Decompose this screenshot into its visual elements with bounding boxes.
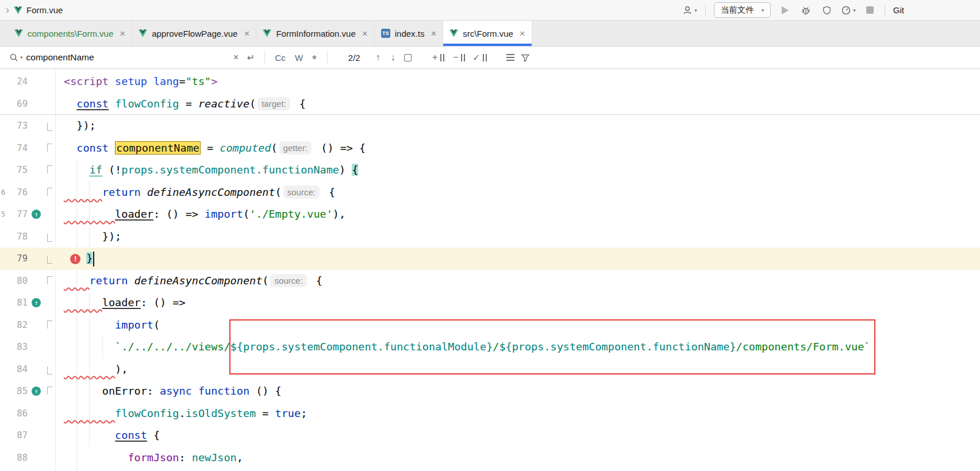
fold-area — [44, 424, 55, 447]
fold-area — [44, 336, 55, 358]
open-in-find-window-button[interactable] — [401, 50, 416, 65]
previous-occurrence-button[interactable]: ↑ — [371, 50, 386, 65]
code-line-82: 82 import( — [0, 314, 980, 337]
edge-marker — [0, 270, 9, 292]
gutter-icon-area — [29, 71, 44, 93]
tab-close-icon[interactable]: × — [120, 29, 125, 38]
code-text[interactable]: onError: async function () { — [55, 380, 282, 403]
run-button[interactable] — [779, 3, 791, 17]
line-number: 82 — [9, 314, 29, 337]
tab-close-icon[interactable]: × — [431, 29, 436, 38]
code-line-85: 85↑ onError: async function () { — [0, 380, 980, 403]
fold-marker[interactable] — [44, 314, 55, 337]
debug-button[interactable] — [800, 3, 812, 17]
gutter-icon-area — [29, 358, 44, 381]
gutter-green-arrow-icon[interactable]: ↑ — [32, 298, 41, 307]
tab-src-Form.vue[interactable]: src\Form.vue× — [443, 21, 532, 46]
fold-marker[interactable] — [44, 380, 55, 403]
tab-bar: components\Form.vue×approveFlowPage.vue×… — [0, 21, 980, 47]
vue-file-icon — [263, 29, 271, 37]
code-text[interactable]: loader: () => import('./Empty.vue'), — [55, 203, 345, 226]
run-config-selector[interactable]: 当前文件 ▾ — [714, 2, 771, 18]
coverage-button[interactable] — [820, 3, 833, 17]
line-number: 75 — [9, 159, 29, 182]
code-text[interactable]: }); — [55, 115, 96, 137]
whole-words-toggle[interactable]: W — [290, 53, 308, 63]
code-line-79: 79 !} — [0, 248, 980, 270]
code-text[interactable]: const flowConfig = reactive(target: { — [55, 93, 306, 115]
code-line-73: 73 }); — [0, 115, 980, 137]
code-text[interactable]: const componentName = computed(getter: (… — [55, 137, 366, 160]
code-text[interactable]: const { — [55, 424, 160, 447]
chevron-down-icon: ▾ — [762, 7, 764, 13]
add-selection-button[interactable]: + — [431, 50, 446, 65]
gutter-green-arrow-icon[interactable]: ↑ — [32, 210, 41, 219]
fold-area — [44, 403, 55, 425]
newline-icon[interactable]: ↵ — [244, 50, 259, 65]
fold-marker[interactable] — [44, 248, 55, 270]
tab-FormInformation.vue[interactable]: FormInformation.vue× — [256, 21, 374, 46]
git-menu[interactable]: Git — [893, 5, 904, 15]
tab-label: approveFlowPage.vue — [152, 29, 237, 38]
code-text[interactable]: formJson: newJson, — [55, 447, 243, 469]
chevron-down-icon: ▾ — [853, 7, 856, 13]
code-lines: 24<script setup lang="ts">69 const flowC… — [0, 69, 980, 469]
tab-close-icon[interactable]: × — [244, 29, 249, 38]
selection-icon — [440, 54, 444, 61]
code-line-81: 81↑ loader: () => — [0, 292, 980, 314]
clear-search-icon[interactable]: × — [229, 50, 244, 65]
line-number: 24 — [9, 71, 29, 93]
code-text[interactable]: return defineAsyncComponent(source: { — [55, 270, 322, 292]
code-text[interactable]: loader: () => — [55, 292, 186, 314]
tab-label: components\Form.vue — [28, 29, 113, 38]
edge-marker — [0, 71, 9, 93]
tab-close-icon[interactable]: × — [520, 29, 525, 38]
code-text[interactable]: return defineAsyncComponent(source: { — [55, 182, 335, 204]
fold-marker[interactable] — [44, 159, 55, 182]
next-occurrence-button[interactable]: ↓ — [386, 50, 401, 65]
line-number: 80 — [9, 270, 29, 292]
user-icon[interactable]: ▾ — [682, 3, 697, 17]
fold-marker[interactable] — [44, 270, 55, 292]
tab-components-Form.vue[interactable]: components\Form.vue× — [8, 21, 132, 46]
search-input[interactable] — [26, 52, 229, 63]
fold-marker[interactable] — [44, 115, 55, 137]
code-line-78: 78 }); — [0, 226, 980, 248]
code-text[interactable]: ), — [55, 358, 128, 381]
tab-close-icon[interactable]: × — [362, 29, 368, 38]
vue-file-icon — [14, 29, 23, 37]
error-icon[interactable]: ! — [70, 254, 80, 264]
code-text[interactable]: import( — [55, 314, 160, 337]
fold-area — [44, 71, 55, 93]
tab-approveFlowPage.vue[interactable]: approveFlowPage.vue× — [132, 21, 256, 46]
edge-marker — [0, 292, 9, 314]
line-number: 77 — [9, 203, 29, 226]
code-text[interactable]: flowConfig.isOldSystem = true; — [55, 403, 307, 425]
tab-index.ts[interactable]: TSindex.ts× — [375, 21, 444, 46]
code-text[interactable]: if (!props.systemComponent.functionName)… — [55, 159, 358, 182]
editor[interactable]: 24<script setup lang="ts">69 const flowC… — [0, 69, 980, 471]
fold-marker[interactable] — [44, 137, 55, 160]
regex-toggle[interactable]: * — [308, 49, 321, 66]
match-case-toggle[interactable]: Cc — [271, 53, 290, 63]
stop-button[interactable] — [864, 3, 877, 17]
tab-label: index.ts — [395, 29, 425, 38]
fold-marker[interactable] — [44, 182, 55, 204]
search-icon[interactable]: ▾ — [9, 53, 23, 62]
fold-marker[interactable] — [44, 358, 55, 381]
code-text[interactable]: !} — [55, 248, 94, 270]
profiler-button[interactable]: ▾ — [841, 3, 856, 17]
filter-icon[interactable] — [518, 50, 533, 65]
edge-marker — [0, 137, 9, 160]
select-all-occurrences-button[interactable]: ✓ — [472, 50, 487, 65]
remove-selection-button[interactable]: − — [452, 50, 467, 65]
code-text[interactable]: `./../../../views/${props.systemComponen… — [55, 336, 870, 358]
gutter-green-arrow-icon[interactable]: ↑ — [32, 387, 41, 396]
edge-marker — [0, 336, 9, 358]
breadcrumb-file-name[interactable]: Form.vue — [26, 5, 63, 15]
code-text[interactable]: }); — [55, 226, 121, 248]
breadcrumb-chevron[interactable]: › — [6, 4, 9, 16]
fold-marker[interactable] — [44, 226, 55, 248]
search-options-icon[interactable] — [503, 50, 518, 65]
code-text[interactable]: <script setup lang="ts"> — [55, 71, 217, 93]
